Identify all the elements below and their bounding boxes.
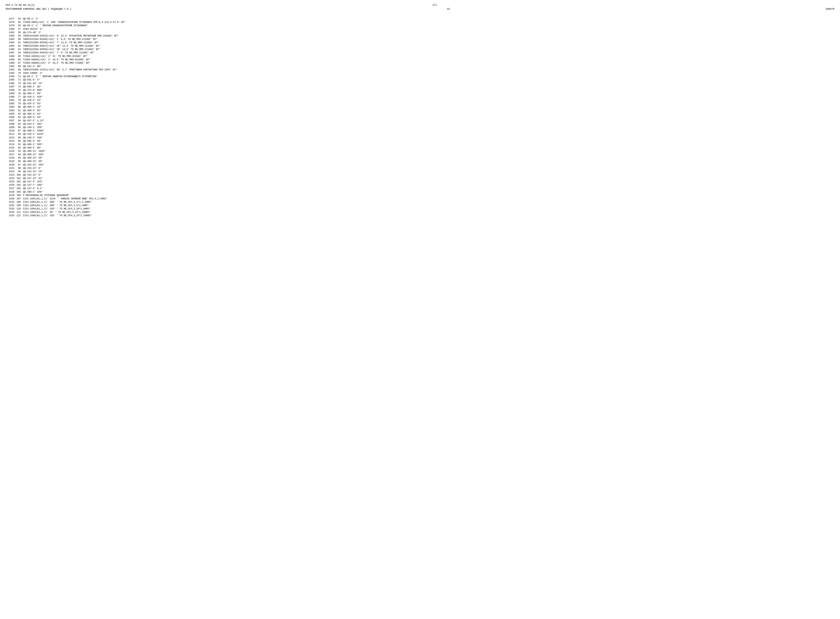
row-index-2: 107 xyxy=(16,197,23,200)
table-row: 1523100Ц8-153-24' 5* xyxy=(6,173,834,177)
row-text: Ц8-409-12' 350* xyxy=(23,153,834,156)
row-text: Ц8-591-6' 3* xyxy=(23,78,834,82)
row-index-1: 1532 xyxy=(6,204,16,207)
table-row: 1531108С151-1092(А1,1,2)' 480' ' ТО ЖЕ,С… xyxy=(6,200,834,204)
row-text: Т1508-6002(=14)' 1' 890' КОНАЕНСАТОРНАЯ … xyxy=(23,21,834,24)
row-index-2: 74 xyxy=(16,85,23,88)
row-text: Т1504-04094(=14)' 4' 33,5' ТО ЖЕ,ПМЛ-721… xyxy=(23,61,834,65)
table-row: 147855Т1508-6002(=14)' 1' 890' КОНАЕНСАТ… xyxy=(6,21,834,24)
table-row: 150380Ц8-408-1' 10* xyxy=(6,105,834,109)
row-text: С151-1091(А1,1,2)' 3120' ' КАБЕЛЬ СИЛОВО… xyxy=(23,197,834,200)
program-info: ПРОГРАММНЫЙ КОМПЛЕКС АВС-ЗЕС ( РЕДАКЦИЯ … xyxy=(6,7,71,10)
table-row: 150784Ц8-397-2' 1,13* xyxy=(6,119,834,123)
table-row: 150178Ц8-418-2' 25* xyxy=(6,99,834,102)
row-index-2: 99 xyxy=(16,170,23,173)
row-text: ТАОП12#1504-04547(=14)' 46' 11,3' ТО ЖЕ,… xyxy=(23,44,834,48)
row-index-1: 1508 xyxy=(6,123,16,126)
row-index-1: 1503 xyxy=(6,105,16,109)
row-index-1: 1523 xyxy=(6,173,16,177)
row-index-2: 109 xyxy=(16,204,23,207)
row-text: Ц8-400-1' 4568* xyxy=(23,129,834,133)
row-index-1: 1485 xyxy=(6,44,16,48)
table-row: 1528105Ц8-398-1' 160* xyxy=(6,190,834,194)
row-index-1: 1509 xyxy=(6,126,16,129)
row-text: Ц8-408-5' 10* xyxy=(23,116,834,119)
row-index-1: 1492 xyxy=(6,68,16,72)
table-row: 1530107С151-1091(А1,1,2)' 3120' ' КАБЕЛЬ… xyxy=(6,197,834,200)
table-row: 152097Ц8-153-21' 103* xyxy=(6,163,834,167)
row-index-1: 1534 xyxy=(6,211,16,214)
row-index-2: 94 xyxy=(16,153,23,156)
table-row: 1534111С151-1095(А1,1,2)' 40' ' ТО ЖЕ,СЕ… xyxy=(6,211,834,214)
row-text: Ц8-41P-3' 55* xyxy=(23,102,834,105)
row-index-2: 91 xyxy=(16,143,23,146)
row-index-1: 1505 xyxy=(6,112,16,116)
row-index-2: 68 xyxy=(16,65,23,68)
row-index-1: 1498 xyxy=(6,88,16,92)
row-text: Ц8-147-4' 153* xyxy=(23,180,834,184)
row-text: Ц8-531-4' 98* xyxy=(23,65,834,68)
row-index-2: 84 xyxy=(16,119,23,123)
row-index-1: 1483 xyxy=(6,37,16,41)
row-index-2: 101 xyxy=(16,177,23,180)
row-index-1: 1529 xyxy=(6,194,16,197)
row-index-2: 98 xyxy=(16,167,23,170)
table-row: 147956Ц8-89-1' 1' ' МОНТАЖ КОНАЕНСАТОРНО… xyxy=(6,24,834,27)
table-row: 150279Ц8-41P-3' 55* xyxy=(6,102,834,105)
row-text: Ц8-521-10' 13* xyxy=(23,82,834,85)
table-row: 151289Ц8-146-2' 330* xyxy=(6,136,834,139)
table-row: 151390Ц8-505-3' 30* xyxy=(6,139,834,143)
row-text: Т1504-04094(=14)' 3' 33,5' ТО ЖЕ,ПМЛ-621… xyxy=(23,58,834,61)
table-row: 148562ТАОП12#1504-04547(=14)' 46' 11,3' … xyxy=(6,44,834,48)
row-index-1: 1497 xyxy=(6,85,16,88)
row-index-1: 1533 xyxy=(6,207,16,211)
content-area: 147754Ц8-90-1' 1*147855Т1508-6002(=14)' … xyxy=(6,14,834,217)
row-text: Ц8-409-14' 40* xyxy=(23,156,834,160)
row-text: Ц8-397-2' 1,13* xyxy=(23,119,834,123)
row-index-1: 1489 xyxy=(6,58,16,61)
row-text: Ц8-90-1' 1* xyxy=(23,17,834,21)
row-index-2: 96 xyxy=(16,160,23,163)
row-index-2: 60 xyxy=(16,37,23,41)
row-text: ТАОП12#1504-04548(=14)' 7' 11,6'-ТО ЖЕ,П… xyxy=(23,41,834,44)
row-index-2: 111 xyxy=(16,211,23,214)
table-row: 152198Ц8-153-22' 6* xyxy=(6,167,834,170)
row-text: Ц8-149-1' 250* xyxy=(23,126,834,129)
table-row: 148259ТАОП12#1504-04333(=14)' 8' 22,3' П… xyxy=(6,34,834,37)
row-index-1: 1520 xyxy=(6,163,16,167)
row-index-2: 87 xyxy=(16,129,23,133)
table-row: 148966Т1504-04094(=14)' 3' 33,5' ТО ЖЕ,П… xyxy=(6,58,834,61)
row-index-1: 1522 xyxy=(6,170,16,173)
row-text: Т1504-04010(=14)' 2' 11' ТО ЖЕ,ПМЛ-32100… xyxy=(23,55,834,58)
table-row: 151491Ц8-409-1' 505* xyxy=(6,143,834,146)
row-index-2: 90 xyxy=(16,139,23,143)
table-row: 151592Ц8-409-2' 90* xyxy=(6,146,834,150)
row-text: Ц8-147-7' 306* xyxy=(23,184,834,187)
row-text: Ц8-153-21' 103* xyxy=(23,163,834,167)
table-row: 151087Ц8-400-1' 4568* xyxy=(6,129,834,133)
row-index-2: 65 xyxy=(16,55,23,58)
table-row: 148461ТАОП12#1504-04548(=14)' 7' 11,6'-Т… xyxy=(6,41,834,44)
table-row: 149572Ц8-591-6' 3* xyxy=(6,78,834,82)
header-middle: ПРОГРАММНЫЙ КОМПЛЕКС АВС-ЗЕС ( РЕДАКЦИЯ … xyxy=(6,7,834,10)
row-index-1: 1517 xyxy=(6,153,16,156)
row-index-2: 71 xyxy=(16,75,23,78)
table-row: 1533110С151-1094(А1,1,2)' 150' ' ТО ЖЕ,С… xyxy=(6,207,834,211)
row-index-1: 1477 xyxy=(6,17,16,21)
table-row: 149774Ц8-509-1' 96* xyxy=(6,85,834,88)
row-index-2: 78 xyxy=(16,99,23,102)
table-row: 149875Ц8-472-6' 800* xyxy=(6,88,834,92)
row-text: Ц8-408-4' 15* xyxy=(23,112,834,116)
row-index-1: 1528 xyxy=(6,190,16,194)
table-row: 148663ТАОП12#1504-04550(=14)' 20' 14,5' … xyxy=(6,48,834,51)
row-text: Ц8-416-1' 302* xyxy=(23,123,834,126)
row-index-2: 54 xyxy=(16,17,23,21)
row-index-1: 1480 xyxy=(6,27,16,31)
table-row: 149673Ц8-521-10' 13* xyxy=(6,82,834,85)
row-index-2: 106 xyxy=(16,194,23,197)
table-row: 1493701504-19068' 2* xyxy=(6,72,834,75)
row-index-2: 92 xyxy=(16,146,23,150)
row-text: ТАОП12#1504-12241(=14)' 89' 2,7' ПРИСТАВ… xyxy=(23,68,834,72)
row-text: ТАОП12#1504-04333(=14)' 8' 22,3' ПУСКАТЕ… xyxy=(23,34,834,37)
row-index-1: 1519 xyxy=(6,160,16,163)
